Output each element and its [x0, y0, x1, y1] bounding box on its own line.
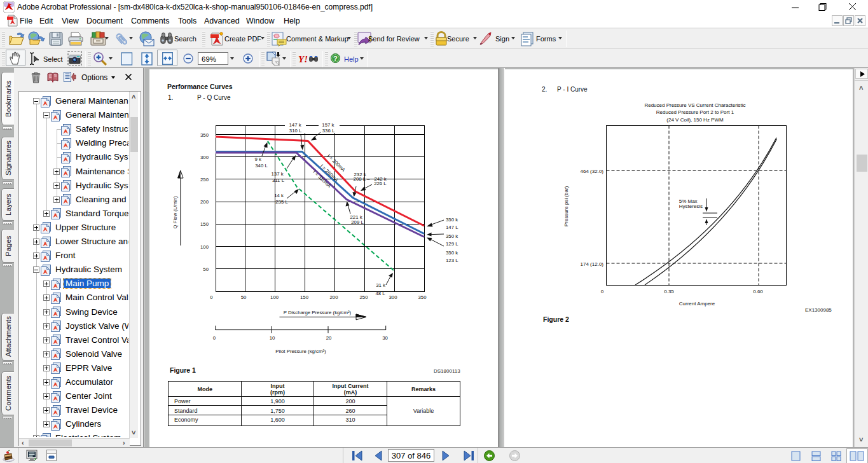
svg-text:100: 100	[270, 294, 279, 300]
svg-text:0.60: 0.60	[753, 289, 763, 294]
svg-text:9 k: 9 k	[255, 156, 262, 162]
svg-text:350: 350	[200, 132, 209, 138]
svg-text:350: 350	[418, 294, 427, 300]
svg-text:250: 250	[200, 177, 209, 183]
svg-text:14 k: 14 k	[274, 193, 284, 198]
svg-text:20: 20	[326, 335, 332, 341]
svg-text:Q Flow (L/min): Q Flow (L/min)	[172, 196, 178, 229]
svg-text:Reduced Pressure VS Current Ch: Reduced Pressure VS Current Characterist…	[644, 102, 745, 108]
svg-text:464 (32.0): 464 (32.0)	[581, 169, 604, 174]
svg-text:0: 0	[601, 289, 604, 294]
svg-text:235 L: 235 L	[275, 199, 288, 205]
svg-text:300: 300	[389, 294, 397, 300]
svg-text:Pressure psi (bar): Pressure psi (bar)	[563, 186, 569, 226]
svg-text:Current Ampere: Current Ampere	[679, 301, 715, 307]
svg-text:Pilot Pressure (kg/cm²): Pilot Pressure (kg/cm²)	[275, 349, 326, 354]
svg-text:30: 30	[382, 335, 388, 341]
svg-text:147 k: 147 k	[289, 122, 301, 128]
svg-text:Y!: Y!	[298, 54, 308, 64]
svg-text:209 L: 209 L	[351, 219, 364, 225]
svg-text:123 L: 123 L	[446, 258, 458, 263]
svg-text:157 k: 157 k	[322, 122, 334, 128]
svg-text:300: 300	[200, 155, 209, 160]
svg-text:340 L: 340 L	[255, 163, 268, 169]
svg-text:226 L: 226 L	[374, 181, 387, 186]
svg-text:0: 0	[213, 335, 216, 341]
svg-text:150: 150	[300, 294, 309, 300]
svg-text:Hysteresis: Hysteresis	[679, 204, 703, 209]
svg-text:100: 100	[200, 244, 209, 250]
svg-text:350 k: 350 k	[446, 250, 458, 256]
svg-text:50: 50	[241, 294, 247, 300]
svg-text:200: 200	[329, 294, 338, 300]
svg-text:50: 50	[203, 266, 209, 272]
svg-text:31 k: 31 k	[376, 282, 385, 288]
svg-text:250: 250	[359, 294, 368, 300]
svg-text:311 L: 311 L	[272, 177, 285, 183]
svg-text:EX1300985: EX1300985	[805, 307, 832, 313]
svg-text:174 (12.0): 174 (12.0)	[581, 261, 604, 267]
svg-text:Reduced Pressure Port 2 to Por: Reduced Pressure Port 2 to Port 1	[656, 109, 734, 115]
svg-text:310 L: 310 L	[289, 128, 302, 134]
svg-text:129 L: 129 L	[446, 241, 458, 247]
svg-text:208 L –: 208 L –	[354, 176, 370, 182]
svg-text:0.35: 0.35	[664, 289, 674, 294]
svg-text:0: 0	[210, 294, 213, 300]
svg-text:147 L: 147 L	[446, 225, 458, 230]
svg-text:350 k: 350 k	[446, 233, 458, 239]
svg-text:48 L: 48 L	[375, 291, 385, 296]
svg-text:10: 10	[270, 335, 275, 341]
svg-text:(24 V Coil), 150 Hz PWM: (24 V Coil), 150 Hz PWM	[666, 117, 724, 123]
svg-text:?: ?	[333, 55, 338, 62]
svg-text:350 k: 350 k	[446, 217, 458, 223]
svg-text:150: 150	[200, 221, 209, 227]
svg-text:137 k: 137 k	[271, 171, 283, 177]
svg-text:336 L: 336 L	[322, 128, 335, 134]
svg-text:200: 200	[200, 199, 209, 205]
svg-text:P Discharge Pressure (kg/cm²): P Discharge Pressure (kg/cm²)	[284, 310, 352, 315]
